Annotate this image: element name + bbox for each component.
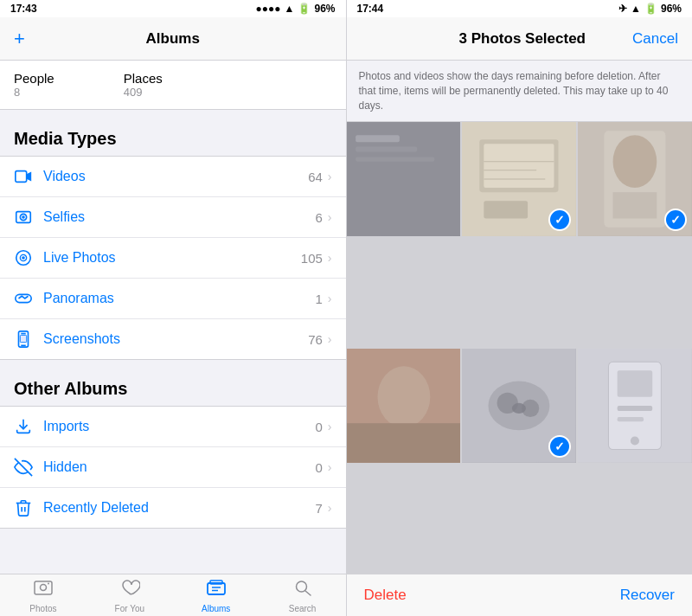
svg-point-16 (40, 584, 46, 590)
photo-cell-1[interactable] (347, 122, 461, 236)
videos-item[interactable]: Videos 64 › (0, 157, 346, 197)
photos-tab-label: Photos (29, 604, 56, 613)
video-icon (14, 167, 38, 186)
wifi-icon: ▲ (285, 3, 295, 15)
videos-chevron: › (328, 170, 332, 183)
status-bar-right: 17:44 ✈ ▲ 🔋 96% (347, 0, 693, 17)
photos-tab-icon (33, 578, 54, 602)
photo-cell-3[interactable] (578, 122, 692, 236)
panoramas-item[interactable]: Panoramas 1 › (0, 279, 346, 319)
svg-point-22 (296, 581, 306, 592)
hidden-chevron: › (328, 460, 332, 474)
svg-point-46 (512, 403, 526, 414)
people-places-row: People 8 Places 409 (0, 61, 346, 110)
svg-rect-8 (16, 294, 31, 302)
panoramas-count: 1 (315, 292, 322, 306)
scroll-area: People 8 Places 409 Media Types Videos 6… (0, 61, 346, 574)
svg-line-23 (305, 591, 311, 595)
selection-title: 3 Photos Selected (459, 30, 586, 48)
svg-point-4 (22, 215, 25, 219)
albums-title: Albums (146, 30, 200, 48)
live-photos-item[interactable]: Live Photos 105 › (0, 238, 346, 279)
svg-point-37 (613, 136, 657, 189)
selfies-count: 6 (315, 210, 322, 225)
status-bar-left: 17:43 ●●●● ▲ 🔋 96% (0, 0, 346, 17)
photo-cell-6[interactable] (578, 349, 692, 463)
svg-rect-18 (208, 583, 225, 594)
people-count: 8 (14, 86, 54, 99)
other-albums-header: Other Albums (0, 360, 346, 406)
live-photos-count: 105 (301, 251, 323, 266)
svg-rect-34 (484, 202, 529, 219)
hidden-icon (14, 458, 38, 477)
nav-bar-left: + Albums (0, 17, 346, 61)
selfies-chevron: › (328, 210, 332, 224)
hidden-count: 0 (315, 460, 322, 475)
live-photos-chevron: › (328, 251, 332, 265)
screenshots-count: 76 (308, 332, 323, 347)
tab-bar: Photos For You Albums Search (0, 574, 346, 616)
people-item[interactable]: People 8 (14, 71, 54, 99)
svg-rect-27 (356, 157, 434, 162)
for-you-tab-label: For You (115, 604, 144, 613)
hidden-item[interactable]: Hidden 0 › (0, 447, 346, 488)
selfies-item[interactable]: Selfies 6 › (0, 197, 346, 238)
battery-icon-right: 🔋 (644, 3, 657, 15)
battery-icon: 🔋 (298, 3, 311, 15)
svg-rect-50 (618, 406, 653, 411)
places-count: 409 (124, 86, 163, 99)
places-label: Places (124, 71, 163, 86)
photo-cell-5[interactable] (462, 349, 576, 463)
for-you-tab-icon (119, 578, 140, 602)
svg-rect-26 (356, 147, 417, 152)
bottom-bar-right: Delete Recover (347, 574, 693, 616)
svg-point-52 (631, 437, 639, 446)
tab-photos[interactable]: Photos (0, 578, 86, 613)
media-types-list: Videos 64 › Selfies 6 › Live Photos 105 (0, 156, 346, 360)
tab-for-you[interactable]: For You (86, 578, 173, 613)
photo-grid (347, 122, 693, 574)
svg-point-40 (377, 366, 430, 427)
svg-rect-49 (618, 371, 653, 397)
selection-badge-5 (548, 435, 571, 458)
status-time-left: 17:43 (10, 3, 37, 15)
info-banner: Photos and videos show the days remainin… (347, 61, 693, 122)
recently-deleted-count: 7 (315, 501, 322, 516)
imports-item[interactable]: Imports 0 › (0, 407, 346, 447)
albums-tab-label: Albums (202, 604, 230, 613)
places-item[interactable]: Places 409 (124, 71, 163, 99)
recently-deleted-item[interactable]: Recently Deleted 7 › (0, 488, 346, 528)
imports-chevron: › (328, 420, 332, 433)
svg-rect-19 (210, 581, 222, 584)
wifi-icon-right: ▲ (631, 3, 641, 15)
left-panel: 17:43 ●●●● ▲ 🔋 96% + Albums People 8 Pla… (0, 0, 346, 616)
hidden-label: Hidden (38, 459, 315, 475)
delete-button[interactable]: Delete (364, 587, 407, 604)
status-time-right: 17:44 (357, 3, 384, 15)
recently-deleted-label: Recently Deleted (38, 500, 315, 516)
screenshots-item[interactable]: Screenshots 76 › (0, 319, 346, 359)
svg-rect-0 (16, 171, 27, 183)
battery-pct-left: 96% (314, 3, 335, 15)
svg-rect-38 (613, 193, 657, 219)
svg-rect-41 (347, 423, 461, 463)
live-photos-label: Live Photos (38, 250, 301, 266)
battery-pct-right: 96% (661, 3, 682, 15)
airplane-icon: ✈ (618, 3, 627, 15)
panorama-icon (14, 289, 38, 308)
selfie-icon (14, 208, 38, 227)
recently-deleted-chevron: › (328, 501, 332, 515)
cancel-button[interactable]: Cancel (632, 30, 678, 48)
recover-button[interactable]: Recover (620, 587, 675, 604)
tab-albums[interactable]: Albums (173, 578, 260, 613)
screenshots-chevron: › (328, 332, 332, 346)
search-tab-label: Search (289, 604, 317, 613)
photo-cell-4[interactable] (347, 349, 461, 463)
videos-label: Videos (38, 169, 308, 184)
tab-search[interactable]: Search (260, 578, 346, 613)
deleted-icon (14, 498, 38, 517)
selfies-label: Selfies (38, 209, 315, 225)
photo-cell-2[interactable] (462, 122, 576, 236)
status-icons-right: ✈ ▲ 🔋 96% (618, 3, 682, 15)
add-album-button[interactable]: + (14, 28, 25, 50)
